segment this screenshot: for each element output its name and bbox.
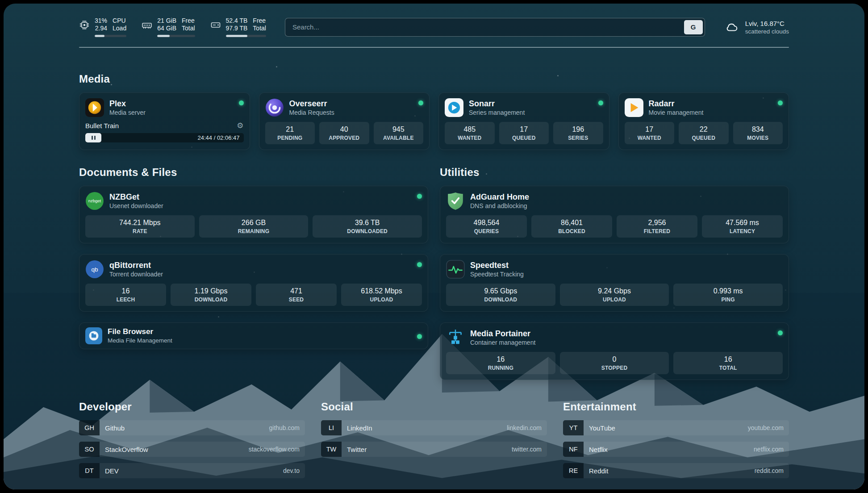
qbittorrent-icon: qb: [85, 260, 104, 279]
bookmark-stackoverflow[interactable]: SO StackOverflow stackoverflow.com: [79, 442, 305, 457]
service-name: Overseerr: [289, 99, 334, 109]
service-card-portainer[interactable]: Media Portainer Container management 16R…: [440, 322, 789, 380]
stat-wanted: 485WANTED: [445, 122, 495, 144]
bookmark-name: Twitter: [347, 446, 367, 453]
service-name: Speedtest: [470, 260, 524, 270]
stat-queries: 498,564QUERIES: [446, 215, 527, 238]
dashboard-screen: 31% 2.94 CPU Load: [4, 4, 864, 489]
service-card-sonarr[interactable]: Sonarr Series management 485WANTED 17QUE…: [438, 92, 609, 150]
bookmark-youtube[interactable]: YT YouTube youtube.com: [563, 420, 789, 435]
bookmark-netflix[interactable]: NF Netflix netflix.com: [563, 442, 789, 457]
service-card-overseerr[interactable]: Overseerr Media Requests 21PENDING 40APP…: [259, 92, 430, 150]
bookmark-url: linkedin.com: [507, 424, 542, 431]
bookmark-url: dev.to: [283, 467, 300, 474]
playback-time: 24:44 / 02:06:47: [198, 134, 244, 141]
stat-leech: 16LEECH: [85, 284, 166, 306]
cpu-icon: [79, 20, 90, 30]
bookmark-abbr: GH: [79, 420, 100, 435]
stat-total: 16TOTAL: [673, 352, 783, 374]
pause-icon[interactable]: [85, 133, 101, 142]
stat-download: 9.65 GbpsDOWNLOAD: [446, 284, 555, 306]
service-name: File Browser: [108, 327, 172, 337]
disk-icon: [210, 20, 221, 30]
service-desc: DNS and adblocking: [470, 202, 529, 210]
stat-filtered: 2,956FILTERED: [617, 215, 697, 238]
radarr-icon: [625, 98, 643, 117]
bookmark-twitter[interactable]: TW Twitter twitter.com: [321, 442, 547, 457]
cpu-percent: 31%: [95, 17, 107, 25]
bookmark-abbr: DT: [79, 463, 100, 478]
service-name: AdGuard Home: [470, 192, 529, 202]
stat-seed: 471SEED: [256, 284, 337, 306]
stat-upload: 9.24 GbpsUPLOAD: [560, 284, 669, 306]
settings-gear-icon[interactable]: ⚙: [237, 122, 243, 130]
sonarr-icon: [445, 98, 463, 117]
bookmark-name: StackOverflow: [105, 446, 148, 453]
status-dot: [417, 262, 422, 267]
memory-total: 64 GiB: [157, 25, 176, 32]
memory-label-free: Free: [182, 17, 195, 25]
bookmark-url: github.com: [269, 424, 300, 431]
adguard-icon: [446, 192, 465, 210]
cloud-icon: [724, 21, 740, 34]
bookmark-abbr: RE: [563, 463, 584, 478]
stat-upload: 618.52 MbpsUPLOAD: [341, 284, 422, 306]
speedtest-icon: [446, 260, 465, 279]
service-card-plex[interactable]: Plex Media server Bullet Train ⚙ 24:44 /…: [79, 92, 250, 150]
plex-player-bar[interactable]: 24:44 / 02:06:47: [85, 133, 244, 142]
svg-text:qb: qb: [91, 266, 98, 273]
service-card-speedtest[interactable]: Speedtest Speedtest Tracking 9.65 GbpsDO…: [440, 254, 789, 312]
section-title-documents: Documents & Files: [79, 166, 428, 179]
now-playing-title: Bullet Train: [85, 122, 119, 130]
disk-label-free: Free: [253, 17, 266, 25]
bookmark-github[interactable]: GH Github github.com: [79, 420, 305, 435]
service-card-qbittorrent[interactable]: qb qBittorrent Torrent downloader 16LEEC…: [79, 254, 428, 312]
disk-progress-bar: [226, 35, 266, 37]
status-dot: [239, 100, 244, 105]
service-desc: Media Requests: [289, 109, 334, 117]
bookmark-url: netflix.com: [754, 446, 784, 453]
service-desc: Speedtest Tracking: [470, 270, 524, 278]
service-desc: Movie management: [649, 109, 704, 117]
memory-widget: 21 GiB 64 GiB Free Total: [142, 17, 195, 37]
section-title-developer: Developer: [79, 401, 305, 413]
service-card-filebrowser[interactable]: File Browser Media File Management: [79, 322, 428, 349]
stat-download: 1.19 GbpsDOWNLOAD: [171, 284, 251, 306]
bookmark-abbr: SO: [79, 442, 100, 457]
stat-stopped: 0STOPPED: [560, 352, 669, 374]
bookmark-abbr: TW: [321, 442, 342, 457]
cpu-label: CPU: [113, 17, 126, 25]
service-card-nzbget[interactable]: nzbget NZBGet Usenet downloader 744.21 M…: [79, 186, 428, 243]
bookmark-abbr: NF: [563, 442, 584, 457]
stat-queued: 17QUEUED: [499, 122, 549, 144]
bookmark-linkedin[interactable]: LI LinkedIn linkedin.com: [321, 420, 547, 435]
stat-blocked: 86,401BLOCKED: [531, 215, 612, 238]
stat-latency: 47.569 msLATENCY: [702, 215, 783, 238]
header-divider: [79, 47, 789, 48]
stat-queued: 22QUEUED: [679, 122, 729, 144]
search-engine-button[interactable]: G: [684, 20, 703, 34]
section-title-utilities: Utilities: [440, 166, 789, 179]
memory-progress-bar: [157, 35, 195, 37]
service-desc: Series management: [469, 109, 525, 117]
bookmark-reddit[interactable]: RE Reddit reddit.com: [563, 463, 789, 478]
bookmark-name: YouTube: [589, 424, 615, 432]
cpu-widget: 31% 2.94 CPU Load: [79, 17, 126, 37]
status-dot: [778, 100, 783, 105]
search-input[interactable]: [285, 18, 705, 37]
bookmark-dev[interactable]: DT DEV dev.to: [79, 463, 305, 478]
search-bar: G: [285, 18, 705, 37]
disk-widget: 52.4 TB 97.9 TB Free Total: [210, 17, 266, 37]
service-desc: Usenet downloader: [109, 202, 163, 210]
service-card-radarr[interactable]: Radarr Movie management 17WANTED 22QUEUE…: [618, 92, 789, 150]
stat-ping: 0.993 msPING: [673, 284, 783, 306]
stat-approved: 40APPROVED: [319, 122, 369, 144]
memory-label-total: Total: [182, 25, 195, 32]
service-card-adguard[interactable]: AdGuard Home DNS and adblocking 498,564Q…: [440, 186, 789, 243]
stat-available: 945AVAILABLE: [374, 122, 424, 144]
section-title-entertainment: Entertainment: [563, 401, 789, 413]
service-desc: Container management: [470, 338, 535, 347]
stat-movies: 834MOVIES: [733, 122, 783, 144]
stat-pending: 21PENDING: [265, 122, 315, 144]
service-desc: Torrent downloader: [109, 270, 163, 278]
